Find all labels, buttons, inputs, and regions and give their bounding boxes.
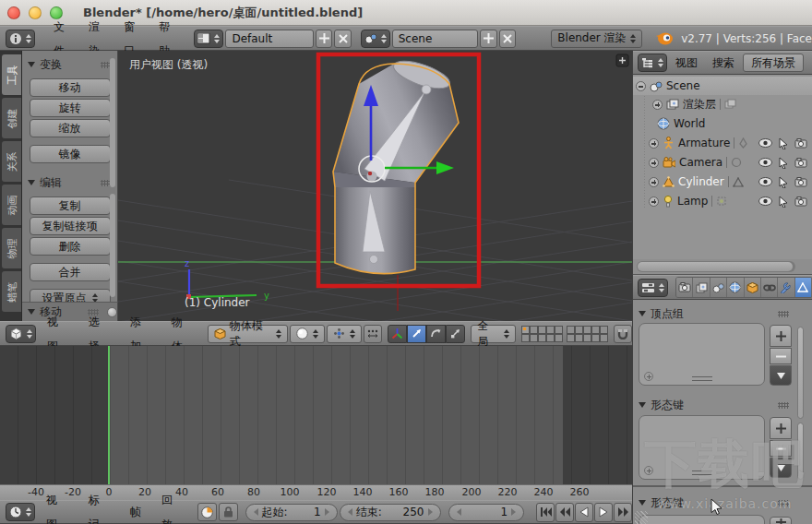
expand-icon[interactable] bbox=[649, 177, 659, 187]
menu-search[interactable]: 搜索 bbox=[706, 51, 741, 75]
current-frame-playhead[interactable] bbox=[108, 346, 110, 484]
expand-icon[interactable] bbox=[649, 196, 659, 207]
translate-button[interactable]: 移动 bbox=[30, 78, 111, 97]
expand-icon[interactable] bbox=[652, 100, 663, 110]
selectability-cursor-icon[interactable] bbox=[779, 157, 788, 169]
editor-type-selector[interactable] bbox=[638, 54, 667, 72]
rotate-button[interactable]: 旋转 bbox=[30, 99, 111, 117]
editor-type-selector[interactable] bbox=[6, 503, 35, 521]
tab-tools[interactable]: 工具 bbox=[2, 54, 21, 95]
outliner-row-world[interactable]: World bbox=[633, 114, 812, 133]
expand-icon[interactable] bbox=[649, 138, 659, 149]
delete-button[interactable]: 删除 bbox=[30, 237, 111, 256]
scene-name-field[interactable]: Scene bbox=[392, 30, 479, 48]
visibility-eye-icon[interactable] bbox=[758, 196, 772, 206]
properties-scrollbar[interactable] bbox=[797, 423, 804, 480]
renderability-camera-icon[interactable] bbox=[794, 158, 807, 168]
frame-end-field[interactable]: 结束: 250 bbox=[340, 504, 441, 521]
camera-data-icon[interactable] bbox=[731, 157, 742, 168]
vertex-groups-panel-header[interactable]: 顶点组 bbox=[633, 305, 794, 322]
region-expand-button[interactable] bbox=[616, 54, 628, 66]
previous-keyframe-button[interactable] bbox=[555, 503, 574, 522]
shape-keys-list-2[interactable] bbox=[639, 515, 765, 524]
menu-playback[interactable]: 回放 bbox=[152, 488, 192, 524]
renderability-camera-icon[interactable] bbox=[794, 196, 807, 207]
screen-layout-icon-button[interactable] bbox=[194, 30, 223, 48]
selectability-cursor-icon[interactable] bbox=[779, 196, 788, 208]
properties-scrollbar[interactable] bbox=[797, 327, 804, 419]
lamp-data-icon[interactable] bbox=[716, 196, 727, 207]
tab-constraints[interactable] bbox=[761, 278, 778, 297]
duplicate-linked-button[interactable]: 复制链接项 bbox=[30, 217, 111, 235]
scene-icon-button[interactable] bbox=[361, 30, 390, 48]
shape-keys-list[interactable] bbox=[639, 415, 765, 480]
viewport-shading-select[interactable] bbox=[290, 325, 325, 343]
shape-key-add-button[interactable] bbox=[770, 417, 792, 439]
render-layer-data-icon[interactable] bbox=[724, 99, 736, 110]
add-item-icon[interactable] bbox=[644, 372, 653, 381]
tab-modifiers[interactable] bbox=[778, 278, 794, 297]
armature-data-icon[interactable] bbox=[738, 137, 748, 149]
mesh-data-icon[interactable] bbox=[733, 177, 744, 187]
outliner-row-scene[interactable]: Scene bbox=[633, 77, 812, 95]
drag-dots-icon[interactable] bbox=[778, 500, 789, 506]
scale-button[interactable]: 缩放 bbox=[30, 119, 111, 137]
tab-render-layers[interactable] bbox=[693, 278, 710, 297]
viewport-3d[interactable]: z y 用户视图 (透视) (1) Cylinder bbox=[118, 51, 632, 321]
tab-create[interactable]: 创建 bbox=[2, 98, 21, 138]
add-layout-button[interactable] bbox=[316, 30, 332, 48]
editor-type-selector[interactable] bbox=[6, 30, 35, 48]
region-corner-grip[interactable] bbox=[635, 511, 648, 524]
manipulate-center-points-button[interactable] bbox=[364, 325, 382, 343]
menu-view[interactable]: 视图 bbox=[37, 488, 77, 524]
renderability-camera-icon[interactable] bbox=[794, 177, 807, 187]
menu-marker[interactable]: 标记 bbox=[78, 488, 118, 524]
drag-dots-icon[interactable] bbox=[778, 311, 789, 317]
time-sync-toggle[interactable] bbox=[197, 503, 217, 521]
collapse-icon[interactable] bbox=[636, 81, 646, 91]
next-keyframe-button[interactable] bbox=[614, 503, 632, 522]
visibility-eye-icon[interactable] bbox=[758, 177, 772, 186]
resize-grab-icon[interactable] bbox=[692, 376, 712, 381]
display-filter-select[interactable]: 所有场景 bbox=[743, 54, 804, 72]
vertex-group-specials-menu[interactable] bbox=[770, 365, 792, 386]
tab-animation[interactable]: 动画 bbox=[2, 185, 21, 225]
tab-grease-pencil[interactable]: 蜡笔 bbox=[2, 271, 21, 312]
close-window-button[interactable] bbox=[7, 6, 20, 19]
tab-object-data[interactable] bbox=[795, 278, 812, 297]
manipulator-rotate-button[interactable] bbox=[426, 325, 446, 343]
menu-frame[interactable]: 帧 bbox=[121, 500, 150, 524]
vertex-group-remove-button[interactable] bbox=[770, 348, 792, 364]
pivot-center-select[interactable] bbox=[327, 325, 362, 343]
frame-start-field[interactable]: 起始: 1 bbox=[245, 504, 338, 521]
add-scene-button[interactable] bbox=[480, 30, 496, 48]
snap-toggle-button[interactable] bbox=[614, 325, 632, 343]
resize-grab-icon[interactable] bbox=[692, 470, 712, 475]
lock-toggle[interactable] bbox=[219, 503, 238, 521]
manipulator-toggle-button[interactable] bbox=[388, 325, 407, 343]
selectability-cursor-icon[interactable] bbox=[779, 137, 788, 149]
tab-relations[interactable]: 关系 bbox=[2, 141, 21, 182]
tab-scene[interactable] bbox=[710, 278, 727, 297]
current-frame-field[interactable]: 1 bbox=[448, 504, 525, 521]
shape-key-add-button-2[interactable] bbox=[770, 517, 792, 524]
outliner-row-armature[interactable]: Armature bbox=[633, 134, 812, 152]
drag-dots-icon[interactable] bbox=[778, 402, 789, 409]
shape-key-remove-button[interactable] bbox=[770, 440, 792, 457]
outliner-row-camera[interactable]: Camera bbox=[633, 153, 812, 172]
editor-type-selector[interactable] bbox=[6, 325, 36, 343]
shape-keys-panel-header[interactable]: 形态键 bbox=[633, 397, 794, 413]
join-button[interactable]: 合并 bbox=[30, 263, 111, 281]
play-reverse-button[interactable] bbox=[575, 503, 593, 522]
visibility-eye-icon[interactable] bbox=[758, 158, 772, 167]
tab-render[interactable] bbox=[676, 278, 693, 297]
vertex-groups-list[interactable] bbox=[639, 323, 765, 386]
editor-type-selector[interactable] bbox=[638, 279, 668, 297]
delete-layout-button[interactable] bbox=[334, 30, 351, 48]
menu-view[interactable]: 视图 bbox=[669, 51, 704, 75]
outliner-row-render-layers[interactable]: 渲染层 bbox=[633, 95, 812, 113]
panel-edit-header[interactable]: 编辑 bbox=[22, 174, 117, 191]
toolshelf-scrollbar[interactable] bbox=[110, 58, 115, 187]
jump-to-start-button[interactable] bbox=[536, 503, 555, 522]
tab-physics[interactable]: 物理 bbox=[2, 228, 21, 268]
